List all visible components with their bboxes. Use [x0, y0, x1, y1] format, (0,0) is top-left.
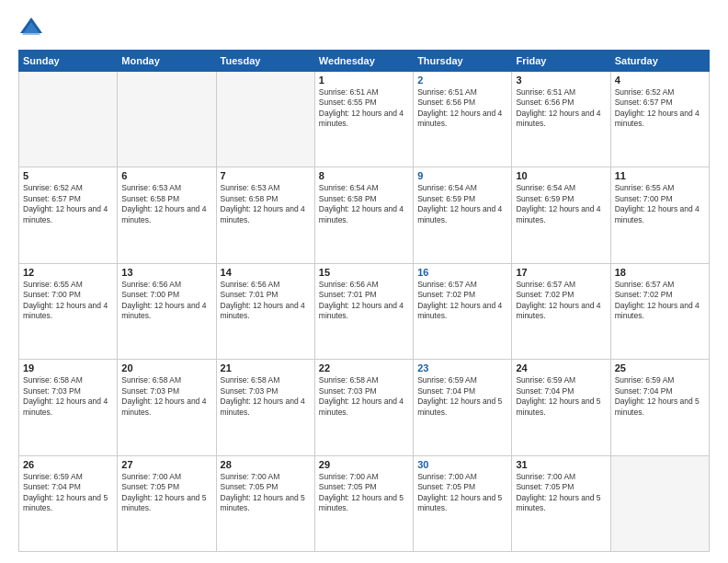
day-number: 20	[121, 362, 211, 373]
calendar-cell: 10Sunrise: 6:54 AMSunset: 6:59 PMDayligh…	[512, 167, 610, 263]
calendar-cell	[118, 72, 216, 167]
day-number: 3	[516, 75, 606, 86]
cell-info: Sunrise: 6:56 AMSunset: 7:01 PMDaylight:…	[319, 280, 409, 322]
calendar-table: SundayMondayTuesdayWednesdayThursdayFrid…	[18, 50, 710, 552]
calendar-cell: 2Sunrise: 6:51 AMSunset: 6:56 PMDaylight…	[414, 72, 512, 167]
calendar-cell: 18Sunrise: 6:57 AMSunset: 7:02 PMDayligh…	[610, 263, 709, 359]
cell-info: Sunrise: 6:59 AMSunset: 7:04 PMDaylight:…	[417, 375, 507, 418]
cell-info: Sunrise: 6:52 AMSunset: 6:57 PMDaylight:…	[615, 87, 705, 130]
week-row-1: 5Sunrise: 6:52 AMSunset: 6:57 PMDaylight…	[19, 167, 710, 263]
day-number: 26	[23, 459, 113, 470]
day-number: 19	[23, 362, 113, 373]
cell-info: Sunrise: 7:00 AMSunset: 7:05 PMDaylight:…	[221, 472, 311, 514]
calendar-cell: 25Sunrise: 6:59 AMSunset: 7:04 PMDayligh…	[610, 360, 709, 455]
day-number: 17	[516, 267, 606, 278]
calendar-cell: 8Sunrise: 6:54 AMSunset: 6:58 PMDaylight…	[314, 167, 413, 263]
day-number: 23	[417, 362, 507, 373]
calendar-cell: 26Sunrise: 6:59 AMSunset: 7:04 PMDayligh…	[19, 455, 118, 551]
cell-info: Sunrise: 7:00 AMSunset: 7:05 PMDaylight:…	[121, 472, 211, 514]
cell-info: Sunrise: 6:57 AMSunset: 7:02 PMDaylight:…	[615, 280, 705, 322]
cell-info: Sunrise: 6:56 AMSunset: 7:00 PMDaylight:…	[121, 280, 211, 322]
calendar-cell: 1Sunrise: 6:51 AMSunset: 6:55 PMDaylight…	[314, 72, 413, 167]
day-number: 16	[417, 267, 507, 278]
header	[18, 15, 710, 40]
cell-info: Sunrise: 6:55 AMSunset: 7:00 PMDaylight:…	[615, 183, 705, 225]
calendar-cell: 21Sunrise: 6:58 AMSunset: 7:03 PMDayligh…	[216, 360, 314, 455]
day-number: 13	[121, 267, 211, 278]
page: SundayMondayTuesdayWednesdayThursdayFrid…	[0, 0, 728, 563]
day-number: 28	[221, 459, 311, 470]
calendar-cell: 6Sunrise: 6:53 AMSunset: 6:58 PMDaylight…	[118, 167, 216, 263]
cell-info: Sunrise: 6:51 AMSunset: 6:55 PMDaylight:…	[319, 87, 409, 130]
day-number: 12	[23, 267, 113, 278]
calendar-cell	[19, 72, 118, 167]
day-number: 8	[319, 170, 409, 181]
cell-info: Sunrise: 6:56 AMSunset: 7:01 PMDaylight:…	[221, 280, 311, 322]
weekday-header-thursday: Thursday	[414, 51, 512, 72]
week-row-3: 19Sunrise: 6:58 AMSunset: 7:03 PMDayligh…	[19, 360, 710, 455]
day-number: 11	[615, 170, 705, 181]
week-row-2: 12Sunrise: 6:55 AMSunset: 7:00 PMDayligh…	[19, 263, 710, 359]
day-number: 4	[615, 75, 705, 86]
weekday-header-friday: Friday	[512, 51, 610, 72]
calendar-cell: 23Sunrise: 6:59 AMSunset: 7:04 PMDayligh…	[414, 360, 512, 455]
calendar-cell: 3Sunrise: 6:51 AMSunset: 6:56 PMDaylight…	[512, 72, 610, 167]
logo	[18, 15, 48, 40]
day-number: 10	[516, 170, 606, 181]
calendar-cell: 14Sunrise: 6:56 AMSunset: 7:01 PMDayligh…	[216, 263, 314, 359]
day-number: 27	[121, 459, 211, 470]
cell-info: Sunrise: 7:00 AMSunset: 7:05 PMDaylight:…	[516, 472, 606, 514]
day-number: 18	[615, 267, 705, 278]
calendar-cell	[610, 455, 709, 551]
day-number: 24	[516, 362, 606, 373]
cell-info: Sunrise: 6:53 AMSunset: 6:58 PMDaylight:…	[121, 183, 211, 225]
day-number: 9	[417, 170, 507, 181]
cell-info: Sunrise: 6:58 AMSunset: 7:03 PMDaylight:…	[23, 375, 113, 418]
day-number: 7	[221, 170, 311, 181]
calendar-cell: 24Sunrise: 6:59 AMSunset: 7:04 PMDayligh…	[512, 360, 610, 455]
calendar-cell: 15Sunrise: 6:56 AMSunset: 7:01 PMDayligh…	[314, 263, 413, 359]
day-number: 31	[516, 459, 606, 470]
day-number: 1	[319, 75, 409, 86]
weekday-header-sunday: Sunday	[19, 51, 118, 72]
cell-info: Sunrise: 6:58 AMSunset: 7:03 PMDaylight:…	[319, 375, 409, 418]
calendar-cell: 12Sunrise: 6:55 AMSunset: 7:00 PMDayligh…	[19, 263, 118, 359]
calendar-cell: 11Sunrise: 6:55 AMSunset: 7:00 PMDayligh…	[610, 167, 709, 263]
day-number: 2	[417, 75, 507, 86]
cell-info: Sunrise: 6:58 AMSunset: 7:03 PMDaylight:…	[121, 375, 211, 418]
day-number: 5	[23, 170, 113, 181]
calendar-cell: 5Sunrise: 6:52 AMSunset: 6:57 PMDaylight…	[19, 167, 118, 263]
calendar-cell: 9Sunrise: 6:54 AMSunset: 6:59 PMDaylight…	[414, 167, 512, 263]
day-number: 14	[221, 267, 311, 278]
calendar-cell	[216, 72, 314, 167]
weekday-header-tuesday: Tuesday	[216, 51, 314, 72]
week-row-4: 26Sunrise: 6:59 AMSunset: 7:04 PMDayligh…	[19, 455, 710, 551]
cell-info: Sunrise: 6:55 AMSunset: 7:00 PMDaylight:…	[23, 280, 113, 322]
calendar-cell: 13Sunrise: 6:56 AMSunset: 7:00 PMDayligh…	[118, 263, 216, 359]
calendar-cell: 17Sunrise: 6:57 AMSunset: 7:02 PMDayligh…	[512, 263, 610, 359]
week-row-0: 1Sunrise: 6:51 AMSunset: 6:55 PMDaylight…	[19, 72, 710, 167]
calendar-cell: 22Sunrise: 6:58 AMSunset: 7:03 PMDayligh…	[314, 360, 413, 455]
cell-info: Sunrise: 6:59 AMSunset: 7:04 PMDaylight:…	[23, 472, 113, 514]
calendar-cell: 31Sunrise: 7:00 AMSunset: 7:05 PMDayligh…	[512, 455, 610, 551]
cell-info: Sunrise: 6:52 AMSunset: 6:57 PMDaylight:…	[23, 183, 113, 225]
calendar-cell: 28Sunrise: 7:00 AMSunset: 7:05 PMDayligh…	[216, 455, 314, 551]
cell-info: Sunrise: 6:57 AMSunset: 7:02 PMDaylight:…	[417, 280, 507, 322]
cell-info: Sunrise: 7:00 AMSunset: 7:05 PMDaylight:…	[417, 472, 507, 514]
day-number: 15	[319, 267, 409, 278]
calendar-cell: 16Sunrise: 6:57 AMSunset: 7:02 PMDayligh…	[414, 263, 512, 359]
calendar-cell: 27Sunrise: 7:00 AMSunset: 7:05 PMDayligh…	[118, 455, 216, 551]
day-number: 29	[319, 459, 409, 470]
calendar-cell: 20Sunrise: 6:58 AMSunset: 7:03 PMDayligh…	[118, 360, 216, 455]
weekday-header-saturday: Saturday	[610, 51, 709, 72]
calendar-cell: 4Sunrise: 6:52 AMSunset: 6:57 PMDaylight…	[610, 72, 709, 167]
cell-info: Sunrise: 6:57 AMSunset: 7:02 PMDaylight:…	[516, 280, 606, 322]
cell-info: Sunrise: 6:54 AMSunset: 6:59 PMDaylight:…	[516, 183, 606, 225]
cell-info: Sunrise: 6:58 AMSunset: 7:03 PMDaylight:…	[221, 375, 311, 418]
cell-info: Sunrise: 7:00 AMSunset: 7:05 PMDaylight:…	[319, 472, 409, 514]
cell-info: Sunrise: 6:51 AMSunset: 6:56 PMDaylight:…	[417, 87, 507, 130]
calendar-cell: 7Sunrise: 6:53 AMSunset: 6:58 PMDaylight…	[216, 167, 314, 263]
weekday-header-row: SundayMondayTuesdayWednesdayThursdayFrid…	[19, 51, 710, 72]
weekday-header-wednesday: Wednesday	[314, 51, 413, 72]
cell-info: Sunrise: 6:54 AMSunset: 6:59 PMDaylight:…	[417, 183, 507, 225]
